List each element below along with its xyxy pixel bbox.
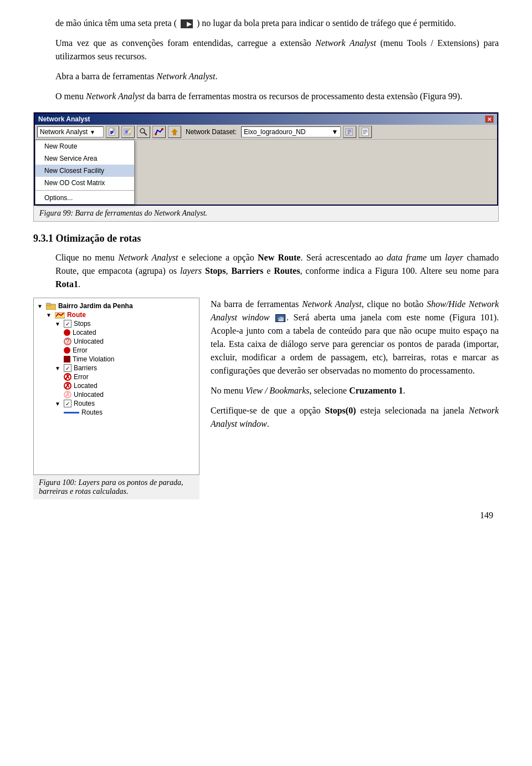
properties-icon (361, 127, 370, 136)
barriers-located-icon: ✗ (64, 382, 71, 390)
layer-route-folder: ▼ Route (46, 310, 196, 319)
zoom-icon (139, 127, 148, 136)
dropdown-arrow-icon: ▼ (90, 129, 95, 135)
menu-item-new-od-cost-matrix[interactable]: New OD Cost Matrix (35, 177, 134, 189)
expand-stops-icon[interactable]: ▼ (55, 321, 60, 327)
svg-rect-23 (46, 303, 50, 305)
error-dot-icon (64, 347, 70, 354)
expand-routes-icon[interactable]: ▼ (55, 401, 60, 407)
icon-btn-4[interactable] (152, 126, 166, 138)
na-dropdown[interactable]: Network Analyst ▼ (37, 126, 104, 137)
network-dataset-label: Network Dataset: (186, 128, 237, 136)
close-button[interactable]: ✕ (485, 115, 494, 123)
svg-marker-13 (171, 129, 178, 135)
expand-barriers-icon[interactable]: ▼ (55, 365, 60, 371)
time-violation-icon (64, 356, 70, 362)
expand-root-icon[interactable]: ▼ (37, 303, 43, 309)
page-number: 149 (33, 510, 499, 520)
nd-value: Eixo_logradouro_ND (244, 128, 305, 136)
stops-checkbox[interactable]: ✓ (64, 320, 71, 328)
layer-routes-group: ▼ ✓ Routes (55, 399, 196, 408)
barriers-unlocated-label: Unlocated (74, 391, 104, 399)
svg-point-11 (155, 133, 157, 135)
barriers-checkbox[interactable]: ✓ (64, 364, 71, 372)
route-icon (155, 127, 163, 136)
layer-routes-line: Routes (64, 408, 196, 417)
toolbar-row: Network Analyst ▼ (35, 125, 497, 140)
right-para-2: No menu View / Bookmarks, selecione Cruz… (211, 384, 499, 397)
page-content: de mão única têm uma seta preta ( ▶ ) no… (22, 11, 510, 526)
window-title: Network Analyst (38, 115, 90, 123)
icon-btn-5[interactable] (168, 126, 181, 138)
paragraph-2: Uma vez que as convenções foram entendid… (55, 37, 499, 63)
fig99-caption: Figura 99: Barra de ferramentas do Netwo… (34, 206, 498, 221)
paragraph-1: de mão única têm uma seta preta ( ▶ ) no… (55, 17, 499, 30)
routes-label: Routes (74, 400, 95, 407)
layer-stops-error: Error (64, 346, 196, 355)
located-dot-icon (64, 329, 70, 336)
routes-line-icon (64, 412, 79, 413)
fig100-caption: Figura 100: Layers para os pontos de par… (33, 475, 200, 499)
layer-barriers-unlocated: ✗ Unlocated (64, 390, 196, 399)
barriers-error-label: Error (74, 373, 89, 381)
layer-stops-group: ▼ ✓ Stops (55, 319, 196, 328)
new-icon (108, 127, 117, 136)
layer-barriers-located: ✗ Located (64, 381, 196, 390)
toolbar-window: Network Analyst ✕ Network Analyst ▼ (34, 113, 498, 206)
figure-100-container: ▼ Bairro Jardim da Penha ▼ (33, 298, 499, 499)
svg-line-10 (144, 132, 147, 135)
barriers-label: Barriers (74, 364, 97, 372)
routes-line-label: Routes (81, 408, 103, 416)
menu-item-options[interactable]: Options... (35, 192, 134, 204)
nd-dropdown-arrow-icon: ▼ (331, 128, 338, 136)
layer-stops-unlocated: ? Unlocated (64, 337, 196, 346)
menu-separator (35, 190, 134, 191)
menu-dropdown: New Route New Service Area New Closest F… (35, 140, 135, 205)
layer-stops-time-violation: Time Violation (64, 355, 196, 364)
route-folder-icon (55, 311, 65, 319)
na-dropdown-label: Network Analyst (40, 128, 88, 136)
paragraph-5: Clique no menu Network Analyst e selecio… (55, 251, 499, 291)
icon-btn-1[interactable] (106, 126, 119, 138)
barriers-located-label: Located (74, 382, 98, 390)
nd-icon-btn-2[interactable] (359, 126, 372, 138)
nd-icon-btn-1[interactable] (343, 126, 356, 138)
figure-99: Network Analyst ✕ Network Analyst ▼ (33, 112, 499, 222)
right-para-1: Na barra de ferramentas Network Analyst,… (211, 298, 499, 377)
right-column-text: Na barra de ferramentas Network Analyst,… (211, 298, 499, 499)
unlocated-icon: ? (64, 338, 71, 345)
toolbar-with-menu: New Route New Service Area New Closest F… (35, 140, 497, 205)
route-folder-label: Route (67, 311, 86, 319)
layer-root: ▼ Bairro Jardim da Penha (37, 302, 196, 310)
routes-checkbox[interactable]: ✓ (64, 400, 71, 407)
menu-item-new-route[interactable]: New Route (35, 140, 134, 152)
section-heading: 9.3.1 Otimização de rotas (33, 233, 499, 244)
titlebar: Network Analyst ✕ (35, 114, 497, 125)
icon-btn-3[interactable] (137, 126, 150, 138)
barriers-error-icon: ✗ (64, 373, 71, 381)
nd-dropdown[interactable]: Eixo_logradouro_ND ▼ (241, 126, 341, 137)
icon-btn-2[interactable] (121, 126, 135, 138)
arrow-icon (170, 127, 179, 136)
expand-route-icon[interactable]: ▼ (46, 312, 52, 318)
paragraph-4: O menu Network Analyst da barra de ferra… (55, 90, 499, 103)
svg-point-9 (140, 129, 145, 133)
settings-icon (345, 127, 354, 136)
layer-stops-located: Located (64, 328, 196, 337)
show-hide-icon: 🚈 (275, 314, 285, 322)
menu-item-new-service-area[interactable]: New Service Area (35, 152, 134, 165)
edit-icon (124, 127, 132, 136)
folder-icon (46, 302, 56, 310)
layers-box: ▼ Bairro Jardim da Penha ▼ (33, 298, 200, 475)
barriers-unlocated-icon: ✗ (64, 391, 71, 399)
menu-item-new-closest-facility[interactable]: New Closest Facility (35, 165, 134, 177)
stops-label: Stops (74, 320, 91, 328)
time-violation-label: Time Violation (73, 355, 114, 363)
root-label: Bairro Jardim da Penha (58, 302, 133, 310)
svg-point-12 (161, 128, 163, 130)
unlocated-label: Unlocated (74, 338, 104, 345)
layer-barriers-group: ▼ ✓ Barriers (55, 364, 196, 372)
located-label: Located (73, 329, 96, 336)
layer-barriers-error: ✗ Error (64, 372, 196, 381)
error-label: Error (73, 346, 88, 354)
